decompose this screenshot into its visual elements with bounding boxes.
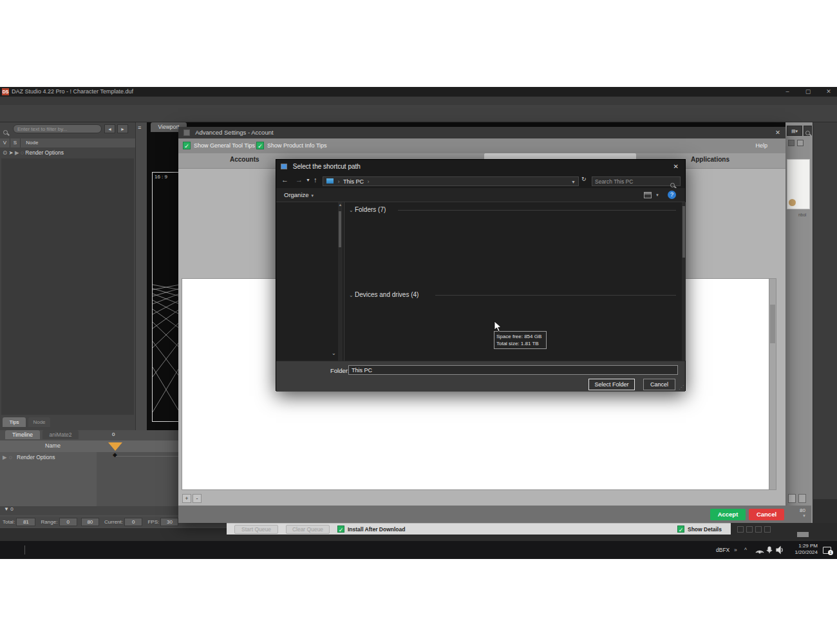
drive-tooltip: Space free: 854 GB Total size: 1.81 TB [494,331,547,349]
help-link[interactable]: Help [755,142,767,149]
product-tips-checkbox[interactable] [256,142,264,149]
tray-chevron[interactable]: » [734,541,737,559]
cancel-button[interactable]: Cancel [643,379,675,390]
paste-icon[interactable] [798,494,806,503]
close-icon[interactable]: ✕ [673,160,679,174]
tree-expand-chevron-icon[interactable]: ⌄ [332,350,336,356]
resize-grip[interactable]: ⋰ [679,384,684,390]
show-details-label: Show Details [688,526,722,533]
eye-icon[interactable]: ⊙ [3,149,7,156]
tab-tips[interactable]: Tips [3,417,26,427]
tab-accounts[interactable]: Accounts [230,156,259,169]
transport-button[interactable] [737,526,744,533]
filter-prev-button[interactable]: ◄ [104,124,115,133]
total-value[interactable]: 81 [16,518,35,526]
total-label: Total: [3,519,15,525]
current-value[interactable]: 0 [124,518,142,526]
search-icon[interactable] [804,126,812,136]
recent-chevron-icon[interactable]: ▼ [306,178,310,182]
refresh-icon[interactable]: ↻ [581,176,587,182]
timeline-row-label: Render Options [17,454,55,460]
node-label: Render Options [25,149,64,156]
search-input[interactable] [592,176,681,186]
playhead[interactable] [108,442,122,451]
folder-name-input[interactable] [348,365,678,375]
close-button[interactable]: ✕ [820,87,837,97]
main-scrollbar[interactable] [682,202,686,361]
transport-button[interactable] [746,526,753,533]
copy-icon[interactable] [788,494,796,503]
install-after-checkbox[interactable] [337,526,344,533]
daz-titlebar: DS DAZ Studio 4.22 Pro - ! Character Tem… [0,87,837,97]
tray-status-icons[interactable] [755,545,785,554]
database-filter-button[interactable]: ▤▾ [787,126,802,136]
accept-button[interactable]: Accept [710,509,746,520]
divider [435,295,676,296]
view-toggle-icon[interactable] [788,140,795,146]
cursor-icon[interactable]: ➤ [9,149,14,156]
tab-timeline[interactable]: Timeline [5,430,40,439]
clock[interactable]: 1:29 PM 1/20/2024 [789,541,818,559]
table-scrollbar[interactable] [769,278,776,490]
expand-arrow-icon[interactable]: ▶ [3,454,7,460]
add-path-button[interactable]: + [182,494,191,503]
start-queue-button[interactable]: Start Queue [234,525,278,534]
keyframe-icon[interactable]: ◆ [113,451,117,458]
minimize-button[interactable]: – [779,87,796,97]
cancel-button[interactable]: Cancel [749,509,784,520]
tooltip-line1: Space free: 854 GB [496,333,544,340]
grid-toggle-icon[interactable] [797,140,804,146]
layout-icon[interactable] [644,192,652,198]
general-tips-checkbox[interactable] [183,142,191,149]
chevron-down-icon[interactable]: ▼ [802,514,806,518]
up-icon[interactable]: ↑ [314,176,317,184]
devices-group-header[interactable]: ⌄ Devices and drives (4) [349,291,418,298]
address-dropdown-icon[interactable]: ▼ [571,178,576,187]
transport-button[interactable] [764,526,771,533]
layout-dropdown-icon[interactable]: ▼ [655,193,659,197]
folders-group-header[interactable]: ⌄ Folders (7) [349,206,386,213]
filter-next-button[interactable]: ► [117,124,128,133]
transport-button[interactable] [755,526,762,533]
range-end-value[interactable]: 80 [81,518,99,526]
tab-node[interactable]: Node [28,417,50,427]
address-bar[interactable]: › This PC › ▼ [323,176,579,186]
tray-caret[interactable]: ^ [744,541,747,559]
help-icon[interactable] [668,191,676,199]
clear-queue-button[interactable]: Clear Queue [286,525,330,534]
action-center-icon[interactable]: 1 [823,541,831,559]
expand-arrow-icon[interactable]: ▶ [15,149,19,156]
range-start-value[interactable]: 0 [59,518,77,526]
scene-node-row[interactable]: ⊙ ➤ ▶ ◌ Render Options [0,148,135,157]
forward-icon[interactable]: → [296,176,303,184]
picker-icon [281,164,287,169]
install-manager-window-edge: ▤▾ nbol [785,122,813,536]
product-tips-label: Show Product Info Tips [267,142,327,149]
col-selected: S [10,138,21,147]
mini-dropdown[interactable] [797,532,809,537]
tray-time: 1:29 PM [789,543,818,549]
settings-titlebar[interactable]: Advanced Settings - Account ✕ [178,127,785,138]
current-label: Current: [104,519,123,525]
remove-path-button[interactable]: - [193,494,202,503]
maximize-button[interactable]: ▢ [800,87,816,97]
close-icon[interactable]: ✕ [775,127,780,138]
panel-menu-icon[interactable]: ≡ [138,124,141,131]
filter-input[interactable] [13,124,102,133]
fps-value[interactable]: 30 [160,518,178,526]
daz-app-icon: DS [2,88,9,95]
show-details-checkbox[interactable] [677,526,684,533]
tray-app-label[interactable]: dBFX [716,541,729,559]
col-visible: V [0,138,10,147]
tab-animate2[interactable]: aniMate2 [42,430,79,439]
address-root[interactable]: This PC [343,178,364,185]
back-icon[interactable]: ← [281,176,288,184]
select-folder-button[interactable]: Select Folder [588,379,635,390]
organize-button[interactable]: Organize ▼ [284,191,314,198]
product-thumbnail[interactable] [787,159,810,209]
file-picker-dialog: Select the shortcut path ✕ ← → ▼ ↑ › Thi… [276,159,686,391]
settings-title: Advanced Settings - Account [195,129,273,136]
tab-applications[interactable]: Applications [691,156,729,169]
picker-title: Select the shortcut path [293,163,361,170]
picker-titlebar[interactable]: Select the shortcut path ✕ [276,160,685,174]
